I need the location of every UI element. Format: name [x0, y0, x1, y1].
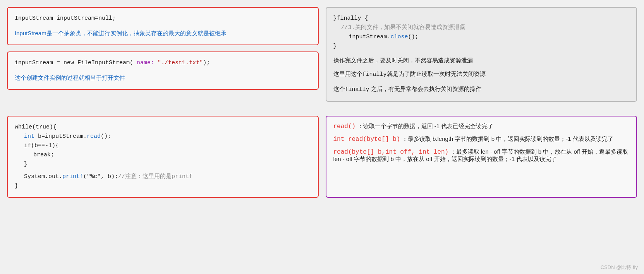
watermark: CSDN @比特 fly: [601, 264, 638, 271]
panel-inputstream-abstract: InputStream inputStream=null; InputStrea…: [7, 7, 319, 45]
code-inputstream-null: InputStream inputStream=null;: [15, 14, 311, 23]
desc-finally-1: 这里用这个finally就是为了防止读取一次时无法关闭资源: [333, 68, 630, 80]
method-read-label: read(): [333, 123, 356, 130]
desc-abstract: InputStream是一个抽象类，不能进行实例化，抽象类存在的最大的意义就是被…: [15, 28, 311, 38]
read-method-1: read() ：读取一个字节的数据，返回 -1 代表已经完全读完了: [333, 123, 630, 130]
desc-finally-2: 这个finally 之后，有无异常都会去执行关闭资源的操作: [333, 84, 630, 95]
method-read-desc: ：读取一个字节的数据，返回 -1 代表已经完全读完了: [357, 123, 494, 129]
read-method-2: int read(byte[] b) ：最多读取 b.length 字节的数据到…: [333, 135, 630, 143]
panel-finally-close: }finally { //3.关闭文件，如果不关闭就容易造成资源泄露 input…: [326, 7, 637, 102]
desc-close-file: 操作完文件之后，要及时关闭，不然容易造成资源泄漏: [333, 55, 630, 65]
panel-read-methods: read() ：读取一个字节的数据，返回 -1 代表已经完全读完了 int re…: [326, 116, 637, 198]
panel-while-read: while(true){ int b=inputStream.read(); i…: [7, 116, 319, 198]
code-text-1: InputStream inputStream=null;: [15, 15, 116, 22]
method-read-byte-label: int read(byte[] b): [333, 136, 400, 143]
desc-open-file: 这个创建文件实例的过程就相当于打开文件: [15, 72, 311, 83]
code-while-loop: while(true){ int b=inputStream.read(); i…: [15, 123, 311, 191]
panel-new-fileinputstream: inputStream = new FileInputStream( name:…: [7, 51, 319, 90]
method-read-byte-desc: ：最多读取 b.length 字节的数据到 b 中，返回实际读到的数量；-1 代…: [402, 135, 613, 142]
read-method-3: read(byte[] b,int off, int len) ：最多读取 le…: [333, 148, 630, 163]
method-read-off-len-label: read(byte[] b,int off, int len): [333, 149, 449, 156]
code-finally: }finally { //3.关闭文件，如果不关闭就容易造成资源泄露 input…: [333, 14, 630, 51]
code-new-fileinputstream: inputStream = new FileInputStream( name:…: [15, 58, 311, 68]
